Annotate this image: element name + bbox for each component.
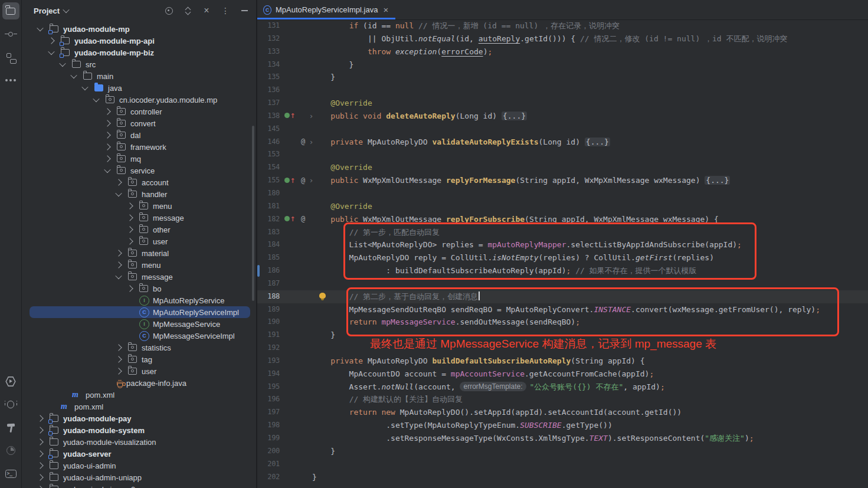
tree-item-yudao-module-system[interactable]: yudao-module-system [22,424,256,436]
close-tab-icon[interactable]: × [383,6,388,14]
locate-file-button[interactable] [164,6,173,15]
tree-item-user[interactable]: user [22,235,256,247]
tree-item-cn.iocoder.yudao.module.mp[interactable]: cn.iocoder.yudao.module.mp [22,94,256,106]
code-line-186[interactable]: 186 : buildDefaultSubscribeAutoReply(app… [257,264,868,277]
code-line-185[interactable]: 185 MpAutoReplyDO reply = CollUtil.isNot… [257,251,868,264]
tree-item-other[interactable]: other [22,224,256,235]
tree-item-tag[interactable]: tag [22,353,256,365]
chevron-right-icon[interactable] [37,450,43,457]
code-line-197[interactable]: 197 return new MpAutoReplyDO().setAppId(… [257,406,868,419]
code-line-155[interactable]: 155↑@› public WxMpXmlOutMessage replyFor… [257,174,868,187]
tree-item-convert[interactable]: convert [22,117,256,129]
tree-item-yudao-ui-admin[interactable]: yudao-ui-admin [22,460,256,471]
tree-item-yudao-module-mp-biz[interactable]: yudao-module-mp-biz [22,47,256,58]
tree-item-controller[interactable]: controller [22,106,256,117]
code-line-189[interactable]: 189 MpMessageSendOutReqBO sendReqBO = Mp… [257,303,868,316]
chevron-right-icon[interactable] [115,179,122,185]
fold-region-icon[interactable]: › [310,137,313,146]
profiler-button[interactable] [2,442,19,459]
tree-item-package-info.java[interactable]: package-info.java [22,377,256,389]
chevron-right-icon[interactable] [126,238,133,244]
chevron-right-icon[interactable] [37,415,43,421]
chevron-right-icon[interactable] [37,438,43,445]
code-line-202[interactable]: 202} [257,471,868,484]
intention-bulb-icon[interactable] [319,293,326,299]
commit-button[interactable] [2,25,19,42]
implements-method-icon[interactable]: ↑ [284,174,296,188]
chevron-right-icon[interactable] [104,143,110,150]
tree-item-main[interactable]: main [22,70,256,82]
code-line-131[interactable]: 131 if (id == null // 情况一，新增 (id == null… [257,19,868,32]
code-line-187[interactable]: 187 [257,277,868,290]
tree-item-account[interactable]: account [22,176,256,188]
chevron-right-icon[interactable] [115,356,122,362]
tree-item-MpAutoReplyServiceImpl[interactable]: CMpAutoReplyServiceImpl [22,306,256,318]
code-line-137[interactable]: 137 @Override [257,97,868,110]
code-line-193[interactable]: 193 private MpAutoReplyDO buildDefaultSu… [257,355,868,368]
code-line-146[interactable]: 146@› private MpAutoReplyDO validateAuto… [257,136,868,149]
code-line-136[interactable]: 136 [257,84,868,97]
chevron-right-icon[interactable] [104,155,110,162]
code-line-196[interactable]: 196 // 构建默认的【关注】自动回复 [257,393,868,406]
chevron-down-icon[interactable] [70,72,77,78]
tree-item-yudao-server[interactable]: yudao-server [22,448,256,460]
code-line-145[interactable]: 145 [257,123,868,136]
tree-item-MpMessageService[interactable]: IMpMessageService [22,318,256,330]
code-line-135[interactable]: 135 } [257,71,868,84]
chevron-right-icon[interactable] [48,37,54,44]
chevron-right-icon[interactable] [37,427,43,433]
code-line-154[interactable]: 154 @Override [257,161,868,174]
tree-item-yudao-module-pay[interactable]: yudao-module-pay [22,412,256,424]
code-line-180[interactable]: 180 [257,187,868,200]
tree-item-dal[interactable]: dal [22,129,256,141]
tree-item-yudao-module-mp-api[interactable]: yudao-module-mp-api [22,35,256,47]
code-line-194[interactable]: 194 MpAccountDO account = mpAccountServi… [257,368,868,381]
code-line-192[interactable]: 192 [257,342,868,355]
tree-item-service[interactable]: service [22,165,256,176]
chevron-down-icon[interactable] [93,96,99,102]
chevron-right-icon[interactable] [126,285,133,292]
project-panel-title[interactable]: Project [34,6,60,15]
chevron-right-icon[interactable] [104,120,110,126]
hide-button[interactable] [240,6,249,15]
chevron-down-icon[interactable] [115,190,122,196]
collapse-all-button[interactable]: × [202,6,211,15]
chevron-right-icon[interactable] [37,474,43,480]
tree-item-message[interactable]: message [22,271,256,283]
structure-button[interactable] [2,48,19,65]
chevron-right-icon[interactable] [126,214,133,221]
tree-item-menu[interactable]: menu [22,259,256,271]
chevron-down-icon[interactable] [104,166,110,173]
code-line-183[interactable]: 183 // 第一步，匹配自动回复 [257,226,868,239]
options-button[interactable]: ⋮ [221,6,230,15]
tree-item-user[interactable]: user [22,365,256,377]
tree-scrollbar[interactable] [252,126,254,301]
more-tools-button[interactable] [2,71,19,89]
code-line-201[interactable]: 201 [257,458,868,471]
chevron-right-icon[interactable] [115,344,122,351]
tree-item-yudao-module-visualization[interactable]: yudao-module-visualization [22,436,256,448]
code-line-191[interactable]: 191 } [257,329,868,342]
code-line-133[interactable]: 133 throw exception(errorCode); [257,45,868,58]
chevron-down-icon[interactable] [81,84,88,90]
tree-item-java[interactable]: java [22,82,256,94]
code-line-184[interactable]: 184 List<MpAutoReplyDO> replies = mpAuto… [257,238,868,251]
chevron-down-icon[interactable] [48,48,54,55]
code-line-199[interactable]: 199 .setResponseMessageType(WxConsts.Xml… [257,432,868,445]
tree-item-mq[interactable]: mq [22,153,256,165]
chevron-down-icon[interactable] [115,273,122,279]
tree-item-MpMessageServiceImpl[interactable]: CMpMessageServiceImpl [22,330,256,342]
tree-item-yudao-ui-admin-vue3[interactable]: yudao-ui-admin-vue3 [22,483,256,488]
tree-item-message[interactable]: message [22,212,256,224]
code-line-182[interactable]: 182↑@ public WxMpXmlOutMessage replyForS… [257,213,868,226]
tree-item-statistics[interactable]: statistics [22,342,256,353]
tree-item-src[interactable]: src [22,58,256,70]
chevron-right-icon[interactable] [104,132,110,138]
tree-item-MpAutoReplyService[interactable]: IMpAutoReplyService [22,294,256,306]
chevron-down-icon[interactable] [37,25,43,31]
chevron-right-icon[interactable] [115,261,122,268]
chevron-right-icon[interactable] [37,486,43,488]
chevron-down-icon[interactable] [59,60,65,67]
code-line-195[interactable]: 195 Assert.notNull(account, errorMsgTemp… [257,381,868,394]
tree-item-bo[interactable]: bo [22,283,256,294]
